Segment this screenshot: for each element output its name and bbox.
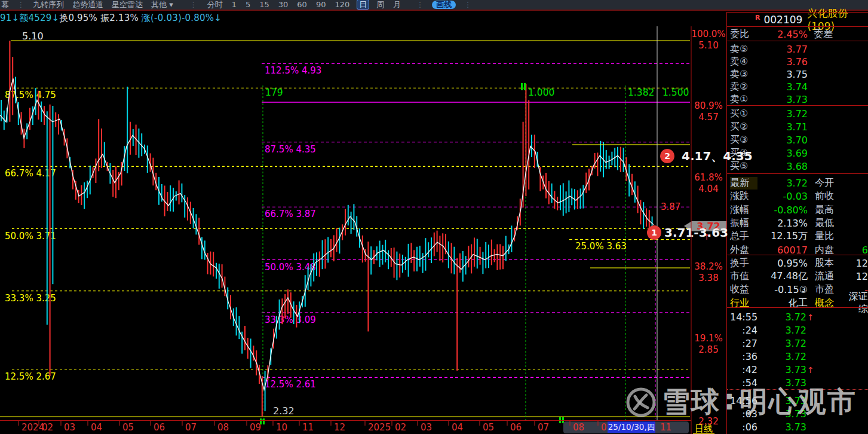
chart-label: 10 [276, 422, 287, 433]
info-label: 最高 [815, 204, 845, 216]
tick-price: 3.73 [757, 408, 806, 420]
info-row-1: 涨跌-0.03前收 [730, 190, 868, 203]
chart-label: 3.71-3.63 [664, 225, 728, 240]
toolbar-divider-dots-icon: ⋮ [190, 1, 197, 9]
bid-label: 买② [730, 121, 756, 133]
tick-price: 3.73 [757, 364, 806, 375]
scrollbar-thumb[interactable] [563, 421, 689, 433]
info-label: 量比 [815, 230, 845, 243]
chart-label: 19.1% [694, 333, 723, 344]
weicha-label: 委差 [814, 28, 833, 41]
chart-label: 02 [42, 422, 53, 433]
quote-panel: R 002109 兴化股份(109) 委比 2.45% 委差 卖⑤3.77卖④3… [727, 12, 868, 434]
toolbar-left-partial[interactable]: 幕 [1, 0, 9, 10]
chart-label: 4.04 [698, 184, 718, 194]
tick-row: :423.73↑ [730, 363, 868, 376]
chart-label: 66.7% 3.87 [265, 209, 316, 219]
stock-code[interactable]: 002109 [763, 14, 802, 26]
ask-row[interactable]: 卖②3.74 [730, 81, 868, 93]
menu-item-1[interactable]: 趋势通道 [72, 0, 103, 9]
ask-row[interactable]: 卖①3.73 [730, 93, 868, 106]
info-label: 总手 [730, 230, 757, 243]
ma-line [0, 78, 654, 389]
signal-marker-icon [260, 418, 262, 424]
panel-divider [727, 255, 868, 255]
bid-label: 买⑤ [730, 160, 756, 173]
chart-label: 80.9% [694, 100, 723, 111]
chart-label: 11 [660, 422, 671, 433]
period-button-30[interactable]: 30 [277, 0, 290, 9]
period-button-月[interactable]: 月 [391, 0, 403, 9]
chart-label: 04 [452, 422, 463, 433]
bid-row[interactable]: 买①3.72 [730, 108, 868, 120]
period-button-1[interactable]: 1 [230, 0, 238, 9]
panel-divider [727, 12, 868, 13]
tick-price: 3.73 [757, 377, 806, 389]
menu-item-2[interactable]: 星空雷达 [112, 0, 143, 9]
info-value: -0.15③ [757, 284, 808, 295]
ask-row[interactable]: 卖⑤3.77 [730, 43, 868, 56]
period-button-日[interactable]: 日 [357, 0, 369, 10]
period-button-120[interactable]: 120 [333, 0, 351, 9]
panel-divider [727, 41, 868, 41]
tick-time: 14:56 [730, 395, 757, 407]
chart-label: 12.5% 2.67 [5, 371, 56, 382]
tick-price: 3.73 [757, 395, 806, 407]
panel-divider [727, 307, 868, 308]
period-button-周[interactable]: 周 [375, 0, 386, 9]
info-label: 涨跌 [730, 190, 757, 203]
chart-label: ↑ [704, 233, 710, 242]
tick-price: 3.72 [757, 325, 806, 336]
tick-price: 3.72 [757, 351, 806, 362]
info-value: 6 [845, 244, 868, 256]
chart-label: 3.72 [697, 221, 720, 232]
chart-label: 33.3% 3.09 [265, 314, 316, 325]
chart-label: 66.7% 4.17 [5, 168, 56, 179]
status-volume: 91↓额4529↓ [0, 13, 59, 23]
info-row-4: 总手12.15万量比 [730, 230, 868, 243]
chart-label: 33.3% 3.25 [5, 293, 56, 304]
info-label: 振幅 [730, 217, 757, 230]
info-label: 前收 [815, 190, 845, 203]
annotation-badge[interactable] [660, 149, 674, 163]
ask-label: 卖④ [730, 56, 756, 68]
info-label: 市盈 [815, 283, 845, 296]
chart-label: 50.0% 3.48 [265, 262, 316, 273]
period-button-15[interactable]: 15 [257, 0, 271, 9]
signal-marker-icon [524, 83, 526, 90]
toolbar-divider-dots-icon: ⋮ [17, 1, 24, 9]
info-value: -0.80% [757, 204, 808, 216]
period-button-60[interactable]: 60 [295, 0, 309, 9]
chart-label: 02 [395, 422, 406, 433]
toolbar: 幕 ⋮ 九转序列趋势通道星空雷达其他 ▾ ⋮ 分时1515306090120日周… [0, 0, 868, 11]
info-value: 60017 [757, 244, 808, 256]
ask-row[interactable]: 卖④3.76 [730, 56, 868, 68]
annotation-badge[interactable] [647, 225, 661, 240]
menu-item-0[interactable]: 九转序列 [33, 0, 64, 9]
ask-label: 卖② [730, 81, 756, 93]
draw-line-button[interactable]: 画线 [432, 1, 456, 9]
info-label: 流通 [815, 270, 845, 283]
chart-label: 07 [185, 422, 197, 433]
period-button-5[interactable]: 5 [244, 0, 252, 9]
weibi-label: 委比 [730, 28, 756, 41]
period-button-分时[interactable]: 分时 [206, 0, 225, 9]
bid-row[interactable]: 买③3.70 [730, 134, 868, 146]
bid-price: 3.70 [756, 135, 808, 146]
ask-row[interactable]: 卖③3.75 [730, 68, 868, 81]
bid-row[interactable]: 买④3.69 [730, 147, 868, 160]
bid-row[interactable]: 买⑤3.68 [730, 160, 868, 173]
tick-row: 14:553.72↑ [730, 311, 868, 323]
status-line: 91↓额4529↓换0.95% 振2.13% 涨(-0.03)-0.80%↓ [0, 13, 222, 25]
period-button-90[interactable]: 90 [314, 0, 328, 9]
tick-up-arrow-icon: ↑ [807, 313, 814, 322]
tick-time: :27 [730, 338, 757, 349]
chart-label: 1.500 [662, 87, 689, 98]
chart-label: 2.32 [698, 416, 718, 427]
menu-item-3[interactable]: 其他 ▾ [151, 0, 173, 9]
chart-label: 03 [421, 422, 432, 433]
signal-marker-icon [263, 418, 265, 424]
tick-row: :063.73 [730, 421, 868, 433]
bid-row[interactable]: 买②3.71 [730, 121, 868, 133]
info-value: 2.13% [757, 218, 808, 229]
